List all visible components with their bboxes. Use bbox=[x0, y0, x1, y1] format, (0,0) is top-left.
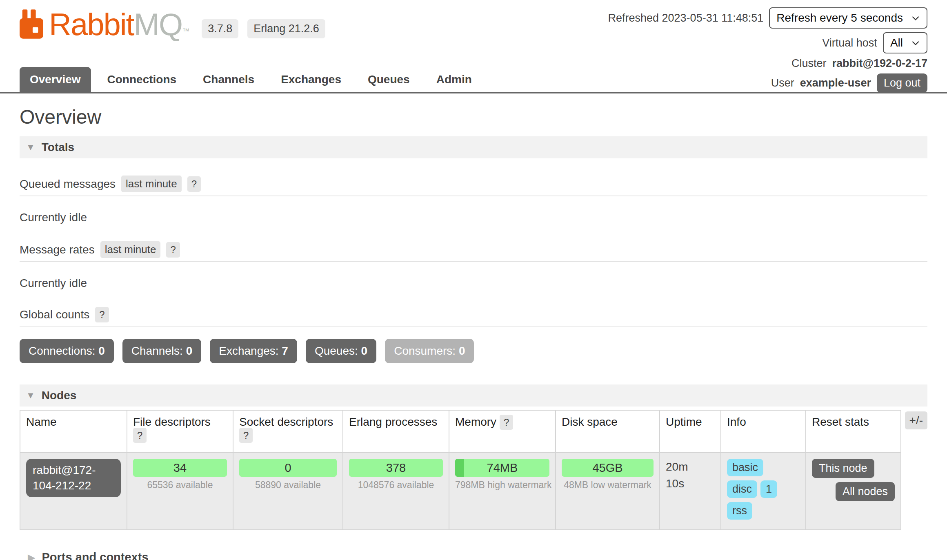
socket-descriptors-bar: 0 bbox=[239, 459, 337, 477]
col-socket-descriptors: Socket descriptors ? bbox=[233, 410, 343, 453]
col-info-label: Info bbox=[727, 416, 746, 428]
connections-count-label: Connections: bbox=[29, 344, 95, 357]
tab-overview[interactable]: Overview bbox=[20, 67, 91, 92]
col-reset-stats-label: Reset stats bbox=[812, 416, 869, 428]
tab-admin[interactable]: Admin bbox=[426, 67, 482, 92]
queues-count-badge[interactable]: Queues: 0 bbox=[306, 339, 376, 363]
virtual-host-value: All bbox=[890, 36, 903, 49]
cluster-row: Cluster rabbit@192-0-2-17 bbox=[791, 57, 927, 70]
help-icon[interactable]: ? bbox=[187, 176, 201, 192]
col-erlang-processes: Erlang processes bbox=[343, 410, 449, 453]
channels-count-label: Channels: bbox=[131, 344, 183, 357]
queued-status-text: Currently idle bbox=[20, 211, 927, 224]
brand-rabbit: Rabbit bbox=[49, 7, 134, 42]
col-erlang-processes-label: Erlang processes bbox=[349, 416, 437, 428]
main-content: Overview ▼ Totals Queued messages last m… bbox=[0, 106, 947, 560]
rabbitmq-logo-icon bbox=[20, 9, 43, 39]
brand-wordmark: RabbitMQ™ bbox=[49, 10, 189, 39]
tab-channels[interactable]: Channels bbox=[193, 67, 265, 92]
memory-bar: 74MB bbox=[455, 459, 549, 477]
file-descriptors-note: 65536 available bbox=[133, 480, 227, 491]
refreshed-timestamp: Refreshed 2023-05-31 11:48:51 bbox=[608, 12, 763, 24]
file-descriptors-value: 34 bbox=[133, 459, 227, 477]
ports-and-contexts-section[interactable]: ▶ Ports and contexts bbox=[28, 551, 927, 560]
reset-this-node-button[interactable]: This node bbox=[812, 459, 874, 478]
col-file-descriptors: File descriptors ? bbox=[127, 410, 233, 453]
help-icon[interactable]: ? bbox=[166, 242, 180, 258]
tab-queues[interactable]: Queues bbox=[358, 67, 420, 92]
message-rates-heading: Message rates last minute ? bbox=[20, 241, 927, 262]
col-disk-space: Disk space bbox=[556, 410, 660, 453]
erlang-processes-note: 1048576 available bbox=[349, 480, 443, 491]
col-socket-descriptors-label: Socket descriptors bbox=[239, 416, 333, 428]
collapse-triangle-icon: ▼ bbox=[26, 390, 35, 401]
totals-section-header[interactable]: ▼ Totals bbox=[20, 136, 927, 158]
disk-space-bar: 45GB bbox=[562, 459, 654, 477]
socket-descriptors-cell: 0 58890 available bbox=[233, 453, 343, 530]
erlang-processes-bar: 378 bbox=[349, 459, 443, 477]
version-badges: 3.7.8 Erlang 21.2.6 bbox=[202, 19, 325, 38]
help-icon[interactable]: ? bbox=[95, 307, 109, 322]
header-right: Refreshed 2023-05-31 11:48:51 Refresh ev… bbox=[608, 7, 927, 93]
tab-exchanges[interactable]: Exchanges bbox=[271, 67, 351, 92]
rates-range-chip[interactable]: last minute bbox=[100, 241, 161, 258]
virtual-host-row: Virtual host All bbox=[822, 32, 927, 53]
reset-stats-cell: This node All nodes bbox=[806, 453, 901, 530]
logout-button[interactable]: Log out bbox=[877, 73, 927, 93]
help-icon[interactable]: ? bbox=[500, 415, 513, 430]
cluster-label: Cluster bbox=[791, 57, 827, 70]
erlang-processes-cell: 378 1048576 available bbox=[343, 453, 449, 530]
info-badge-disc: disc bbox=[727, 480, 757, 498]
tab-connections[interactable]: Connections bbox=[97, 67, 187, 92]
uptime-cell: 20m 10s bbox=[660, 453, 721, 530]
reset-all-nodes-button[interactable]: All nodes bbox=[836, 482, 895, 501]
queued-range-chip[interactable]: last minute bbox=[121, 176, 182, 192]
col-name-label: Name bbox=[26, 416, 57, 428]
refresh-row: Refreshed 2023-05-31 11:48:51 Refresh ev… bbox=[608, 7, 927, 29]
nodes-section-header[interactable]: ▼ Nodes bbox=[20, 384, 927, 407]
user-name: example-user bbox=[800, 77, 871, 89]
chevron-down-icon bbox=[910, 38, 921, 48]
memory-value: 74MB bbox=[455, 459, 549, 477]
nodes-header-row: Name File descriptors ? Socket descripto… bbox=[20, 410, 901, 453]
column-toggle-button[interactable]: +/- bbox=[905, 411, 927, 429]
consumers-count-label: Consumers: bbox=[394, 344, 456, 357]
col-name: Name bbox=[20, 410, 127, 453]
cluster-name: rabbit@192-0-2-17 bbox=[832, 57, 927, 70]
virtual-host-label: Virtual host bbox=[822, 37, 877, 49]
top-bar: RabbitMQ™ 3.7.8 Erlang 21.2.6 Refreshed … bbox=[0, 0, 947, 59]
consumers-count-badge[interactable]: Consumers: 0 bbox=[385, 339, 474, 363]
col-memory-label: Memory bbox=[455, 416, 496, 428]
col-uptime: Uptime bbox=[660, 410, 721, 453]
info-badge-basic: basic bbox=[727, 459, 763, 476]
info-badge-1: 1 bbox=[760, 480, 777, 498]
virtual-host-select[interactable]: All bbox=[883, 32, 927, 53]
chevron-down-icon bbox=[910, 13, 921, 23]
refresh-interval-select[interactable]: Refresh every 5 seconds bbox=[769, 7, 927, 29]
socket-descriptors-value: 0 bbox=[239, 459, 337, 477]
col-reset-stats: Reset stats bbox=[806, 410, 901, 453]
disk-space-cell: 45GB 48MB low watermark bbox=[556, 453, 660, 530]
socket-descriptors-note: 58890 available bbox=[239, 480, 337, 491]
rates-status-text: Currently idle bbox=[20, 277, 927, 290]
channels-count-badge[interactable]: Channels: 0 bbox=[122, 339, 201, 363]
memory-cell: 74MB 798MB high watermark bbox=[449, 453, 556, 530]
help-icon[interactable]: ? bbox=[239, 428, 253, 443]
brand-trademark: ™ bbox=[182, 27, 189, 35]
global-counts-row: Connections: 0 Channels: 0 Exchanges: 7 … bbox=[20, 339, 927, 363]
col-memory: Memory ? bbox=[449, 410, 556, 453]
file-descriptors-cell: 34 65536 available bbox=[127, 453, 233, 530]
node-name-cell: rabbit@172-104-212-22 bbox=[20, 453, 127, 530]
global-counts-heading: Global counts ? bbox=[20, 307, 927, 327]
memory-note: 798MB high watermark bbox=[455, 480, 549, 491]
queues-count-value: 0 bbox=[361, 344, 368, 357]
info-cell: basicdisc1rss bbox=[721, 453, 806, 530]
expand-triangle-icon: ▶ bbox=[28, 552, 35, 560]
exchanges-count-badge[interactable]: Exchanges: 7 bbox=[210, 339, 297, 363]
user-label: User bbox=[771, 77, 794, 89]
connections-count-badge[interactable]: Connections: 0 bbox=[20, 339, 114, 363]
page-title: Overview bbox=[20, 106, 927, 128]
disk-space-note: 48MB low watermark bbox=[562, 480, 654, 491]
node-name-badge[interactable]: rabbit@172-104-212-22 bbox=[26, 459, 121, 497]
help-icon[interactable]: ? bbox=[133, 428, 147, 443]
